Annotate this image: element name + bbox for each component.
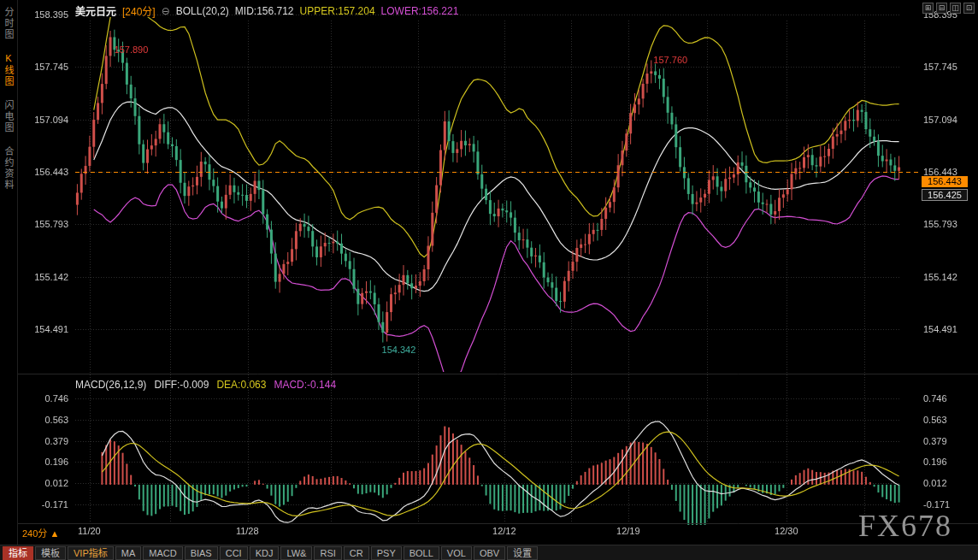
chart-header: 美元日元 [240分] ⊖ BOLL(20,2) MID:156.712 UPP… xyxy=(75,3,458,18)
toolbar-item-11[interactable]: PSY xyxy=(371,546,402,560)
boll-mid-value: MID:156.712 xyxy=(235,5,294,17)
toolbar-item-15[interactable]: 设置 xyxy=(507,546,538,560)
watermark: FX678 xyxy=(858,508,952,544)
sidebar-item-flash-chart[interactable]: 闪电图 xyxy=(2,100,15,133)
layout-single-icon[interactable]: ⊞ xyxy=(922,3,934,14)
boll-label: BOLL(20,2) xyxy=(176,5,229,17)
toolbar-item-4[interactable]: MACD xyxy=(143,546,182,560)
toolbar-item-0[interactable]: 指标 xyxy=(3,546,33,560)
sidebar-item-contract-info[interactable]: 合约资料 xyxy=(2,146,15,191)
toolbar-item-5[interactable]: BIAS xyxy=(185,546,218,560)
toolbar-item-14[interactable]: OBV xyxy=(474,546,505,560)
macd-label: MACD(26,12,9) xyxy=(75,379,146,391)
layout-split3-icon[interactable]: ◫ xyxy=(950,3,961,14)
layout-split4-icon[interactable]: ⊡ xyxy=(963,3,975,14)
sidebar-item-time-chart[interactable]: 分时图 xyxy=(2,7,15,40)
toolbar-item-2[interactable]: VIP指标 xyxy=(68,546,114,560)
toolbar-item-7[interactable]: KDJ xyxy=(250,546,280,560)
toolbar-item-12[interactable]: BOLL xyxy=(404,546,439,560)
chart-canvas[interactable] xyxy=(0,0,978,560)
bottom-toolbar: 指标模板VIP指标MAMACDBIASCCIKDJLW&RSICRPSYBOLL… xyxy=(0,545,978,560)
macd-diff-value: DIFF:-0.009 xyxy=(154,379,209,391)
toolbar-item-8[interactable]: LW& xyxy=(280,546,312,560)
sidebar: 分时图 K线图 闪电图 合约资料 xyxy=(0,0,18,551)
toolbar-item-6[interactable]: CCI xyxy=(220,546,248,560)
toolbar-item-13[interactable]: VOL xyxy=(441,546,472,560)
toolbar-item-9[interactable]: RSI xyxy=(314,546,341,560)
window-layout-icons: ⊞⊟◫⊡ xyxy=(922,3,975,14)
chart-app: 158.395158.395157.745157.745157.094157.0… xyxy=(0,0,978,560)
period-selector-label: 240分 xyxy=(22,528,47,539)
macd-macd-value: MACD:-0.144 xyxy=(274,379,336,391)
toolbar-item-3[interactable]: MA xyxy=(115,546,142,560)
period-selector[interactable]: 240分 ▲ xyxy=(22,526,59,539)
toolbar-item-10[interactable]: CR xyxy=(344,546,369,560)
sidebar-item-kline-chart[interactable]: K线图 xyxy=(2,53,15,87)
toolbar-item-1[interactable]: 模板 xyxy=(35,546,66,560)
period-label[interactable]: [240分] xyxy=(122,3,156,18)
collapse-icon[interactable]: ⊖ xyxy=(162,5,170,17)
macd-header: MACD(26,12,9) DIFF:-0.009 DEA:0.063 MACD… xyxy=(75,379,336,391)
macd-dea-value: DEA:0.063 xyxy=(216,379,266,391)
symbol-name: 美元日元 xyxy=(75,3,116,18)
boll-upper-value: UPPER:157.204 xyxy=(300,5,375,17)
layout-split2-icon[interactable]: ⊟ xyxy=(936,3,947,14)
boll-lower-value: LOWER:156.221 xyxy=(381,5,459,17)
period-selector-arrow-icon: ▲ xyxy=(50,528,59,539)
